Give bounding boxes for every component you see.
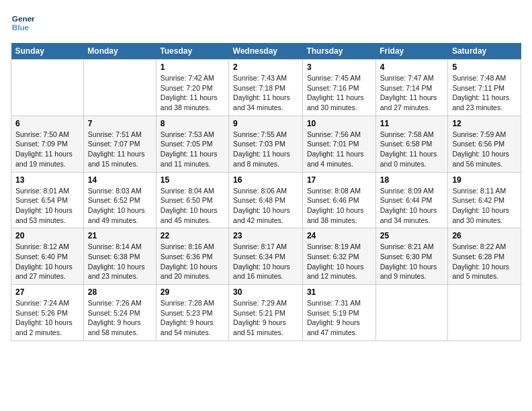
day-info: Sunrise: 7:51 AM Sunset: 7:07 PM Dayligh… <box>88 130 152 169</box>
calendar-header-row: SundayMondayTuesdayWednesdayThursdayFrid… <box>11 43 521 60</box>
day-info: Sunrise: 8:11 AM Sunset: 6:42 PM Dayligh… <box>452 186 517 226</box>
day-info: Sunrise: 7:29 AM Sunset: 5:21 PM Dayligh… <box>233 298 298 338</box>
day-number: 23 <box>233 231 298 240</box>
day-number: 11 <box>380 119 444 128</box>
day-number: 19 <box>452 175 517 185</box>
day-number: 2 <box>233 62 298 72</box>
day-info: Sunrise: 8:12 AM Sunset: 6:40 PM Dayligh… <box>15 242 79 281</box>
day-header-sunday: Sunday <box>11 43 84 60</box>
day-number: 9 <box>233 119 298 128</box>
day-header-tuesday: Tuesday <box>156 43 228 60</box>
calendar-cell: 19Sunrise: 8:11 AM Sunset: 6:42 PM Dayli… <box>448 172 521 228</box>
calendar-cell: 20Sunrise: 8:12 AM Sunset: 6:40 PM Dayli… <box>11 228 84 285</box>
svg-text:Blue: Blue <box>12 23 30 32</box>
day-number: 26 <box>452 231 517 240</box>
calendar-week-4: 20Sunrise: 8:12 AM Sunset: 6:40 PM Dayli… <box>11 228 521 285</box>
day-number: 14 <box>88 175 152 185</box>
calendar-week-1: 1Sunrise: 7:42 AM Sunset: 7:20 PM Daylig… <box>11 60 521 116</box>
day-number: 24 <box>307 231 371 240</box>
calendar-cell: 21Sunrise: 8:14 AM Sunset: 6:38 PM Dayli… <box>83 228 156 285</box>
day-info: Sunrise: 8:06 AM Sunset: 6:48 PM Dayligh… <box>233 186 298 226</box>
day-info: Sunrise: 7:47 AM Sunset: 7:14 PM Dayligh… <box>380 73 444 113</box>
day-info: Sunrise: 8:22 AM Sunset: 6:28 PM Dayligh… <box>452 242 517 281</box>
day-number: 12 <box>452 119 517 128</box>
day-number: 21 <box>88 231 152 240</box>
calendar-cell: 30Sunrise: 7:29 AM Sunset: 5:21 PM Dayli… <box>229 285 303 341</box>
logo-icon: General Blue <box>11 11 35 35</box>
day-header-saturday: Saturday <box>448 43 521 60</box>
calendar-cell: 17Sunrise: 8:08 AM Sunset: 6:46 PM Dayli… <box>302 172 375 228</box>
calendar-cell: 18Sunrise: 8:09 AM Sunset: 6:44 PM Dayli… <box>375 172 448 228</box>
calendar-cell: 26Sunrise: 8:22 AM Sunset: 6:28 PM Dayli… <box>448 228 521 285</box>
calendar-cell: 31Sunrise: 7:31 AM Sunset: 5:19 PM Dayli… <box>302 285 375 341</box>
calendar-cell: 11Sunrise: 7:58 AM Sunset: 6:58 PM Dayli… <box>375 116 448 172</box>
day-info: Sunrise: 7:58 AM Sunset: 6:58 PM Dayligh… <box>380 130 444 169</box>
day-number: 20 <box>15 231 79 240</box>
day-number: 31 <box>307 287 371 297</box>
calendar-cell <box>448 285 521 341</box>
day-number: 6 <box>15 119 79 128</box>
calendar-cell <box>83 60 156 116</box>
calendar-week-5: 27Sunrise: 7:24 AM Sunset: 5:26 PM Dayli… <box>11 285 521 341</box>
calendar-cell: 15Sunrise: 8:04 AM Sunset: 6:50 PM Dayli… <box>156 172 228 228</box>
calendar-cell: 9Sunrise: 7:55 AM Sunset: 7:03 PM Daylig… <box>229 116 303 172</box>
day-info: Sunrise: 8:17 AM Sunset: 6:34 PM Dayligh… <box>233 242 298 281</box>
calendar-cell: 23Sunrise: 8:17 AM Sunset: 6:34 PM Dayli… <box>229 228 303 285</box>
calendar-cell: 7Sunrise: 7:51 AM Sunset: 7:07 PM Daylig… <box>83 116 156 172</box>
day-info: Sunrise: 7:59 AM Sunset: 6:56 PM Dayligh… <box>452 130 517 169</box>
day-header-wednesday: Wednesday <box>229 43 303 60</box>
calendar-cell: 28Sunrise: 7:26 AM Sunset: 5:24 PM Dayli… <box>83 285 156 341</box>
calendar-cell <box>375 285 448 341</box>
day-info: Sunrise: 8:09 AM Sunset: 6:44 PM Dayligh… <box>380 186 444 226</box>
day-number: 18 <box>380 175 444 185</box>
day-number: 22 <box>161 231 224 240</box>
day-number: 15 <box>161 175 224 185</box>
calendar-cell: 16Sunrise: 8:06 AM Sunset: 6:48 PM Dayli… <box>229 172 303 228</box>
day-number: 25 <box>380 231 444 240</box>
calendar-week-2: 6Sunrise: 7:50 AM Sunset: 7:09 PM Daylig… <box>11 116 521 172</box>
calendar-cell: 1Sunrise: 7:42 AM Sunset: 7:20 PM Daylig… <box>156 60 228 116</box>
day-number: 7 <box>88 119 152 128</box>
day-number: 3 <box>307 62 371 72</box>
day-number: 4 <box>380 62 444 72</box>
calendar-table: SundayMondayTuesdayWednesdayThursdayFrid… <box>11 43 521 341</box>
day-number: 28 <box>88 287 152 297</box>
day-number: 5 <box>452 62 517 72</box>
day-info: Sunrise: 8:16 AM Sunset: 6:36 PM Dayligh… <box>161 242 224 281</box>
day-info: Sunrise: 7:50 AM Sunset: 7:09 PM Dayligh… <box>15 130 79 169</box>
day-number: 30 <box>233 287 298 297</box>
calendar-cell: 6Sunrise: 7:50 AM Sunset: 7:09 PM Daylig… <box>11 116 84 172</box>
day-info: Sunrise: 7:55 AM Sunset: 7:03 PM Dayligh… <box>233 130 298 169</box>
calendar-cell: 10Sunrise: 7:56 AM Sunset: 7:01 PM Dayli… <box>302 116 375 172</box>
calendar-cell: 3Sunrise: 7:45 AM Sunset: 7:16 PM Daylig… <box>302 60 375 116</box>
day-number: 1 <box>161 62 224 72</box>
calendar-cell: 8Sunrise: 7:53 AM Sunset: 7:05 PM Daylig… <box>156 116 228 172</box>
day-info: Sunrise: 8:01 AM Sunset: 6:54 PM Dayligh… <box>15 186 79 226</box>
day-header-thursday: Thursday <box>302 43 375 60</box>
calendar-cell: 29Sunrise: 7:28 AM Sunset: 5:23 PM Dayli… <box>156 285 228 341</box>
calendar-cell: 12Sunrise: 7:59 AM Sunset: 6:56 PM Dayli… <box>448 116 521 172</box>
day-info: Sunrise: 7:48 AM Sunset: 7:11 PM Dayligh… <box>452 73 517 113</box>
day-info: Sunrise: 8:19 AM Sunset: 6:32 PM Dayligh… <box>307 242 371 281</box>
day-number: 10 <box>307 119 371 128</box>
calendar-cell <box>11 60 84 116</box>
calendar-cell: 4Sunrise: 7:47 AM Sunset: 7:14 PM Daylig… <box>375 60 448 116</box>
page-header: General Blue <box>11 11 521 35</box>
day-number: 17 <box>307 175 371 185</box>
calendar-week-3: 13Sunrise: 8:01 AM Sunset: 6:54 PM Dayli… <box>11 172 521 228</box>
day-number: 27 <box>15 287 79 297</box>
calendar-cell: 25Sunrise: 8:21 AM Sunset: 6:30 PM Dayli… <box>375 228 448 285</box>
day-info: Sunrise: 7:31 AM Sunset: 5:19 PM Dayligh… <box>307 298 371 338</box>
calendar-cell: 27Sunrise: 7:24 AM Sunset: 5:26 PM Dayli… <box>11 285 84 341</box>
day-info: Sunrise: 8:14 AM Sunset: 6:38 PM Dayligh… <box>88 242 152 281</box>
day-info: Sunrise: 8:21 AM Sunset: 6:30 PM Dayligh… <box>380 242 444 281</box>
day-info: Sunrise: 7:56 AM Sunset: 7:01 PM Dayligh… <box>307 130 371 169</box>
day-info: Sunrise: 7:45 AM Sunset: 7:16 PM Dayligh… <box>307 73 371 113</box>
day-info: Sunrise: 7:24 AM Sunset: 5:26 PM Dayligh… <box>15 298 79 338</box>
calendar-cell: 22Sunrise: 8:16 AM Sunset: 6:36 PM Dayli… <box>156 228 228 285</box>
day-number: 13 <box>15 175 79 185</box>
day-header-friday: Friday <box>375 43 448 60</box>
day-number: 16 <box>233 175 298 185</box>
day-info: Sunrise: 7:28 AM Sunset: 5:23 PM Dayligh… <box>161 298 224 338</box>
day-info: Sunrise: 7:43 AM Sunset: 7:18 PM Dayligh… <box>233 73 298 113</box>
